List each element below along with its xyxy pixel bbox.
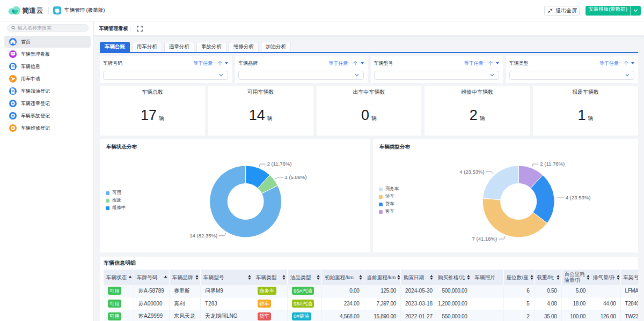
column-header-8[interactable]: 购置日期 [401,270,435,285]
sidebar-item-label: 车辆事故登记 [21,113,50,120]
sidebar-item-4[interactable]: 车辆加油登记 [4,85,91,97]
brand-logo[interactable]: 简道云 [8,6,43,16]
tab-0[interactable]: 车辆台账 [100,42,130,52]
sort-icon[interactable] [359,275,362,280]
column-header-0[interactable]: 车辆状态 [104,270,134,285]
column-header-2[interactable]: 车辆品牌 [170,270,201,285]
install-template-button[interactable]: 安装模板(带数据) [586,6,641,16]
sort-icon[interactable] [248,275,251,280]
sort-icon[interactable] [195,275,199,280]
sidebar-item-3[interactable]: 用车申请 [4,73,91,85]
table-cell: 可用 [104,285,134,297]
sidebar-item-7[interactable]: 车辆维修登记 [4,122,91,134]
sort-asc-icon[interactable] [128,275,132,279]
filter-operator[interactable]: 等于任意一个 [329,60,364,67]
sort-icon[interactable] [282,275,286,280]
sort-icon[interactable] [397,275,400,280]
table-row-2[interactable]: 可用苏AZ9999东风天龙天龙期间LNG货车0#柴油4,568.0015,890… [104,310,638,321]
table-cell: 98#汽油 [288,297,322,310]
filter-select[interactable] [103,71,228,80]
sort-icon[interactable] [557,275,560,280]
column-header-11[interactable]: 座位数/座 [504,270,535,285]
sidebar: 首页车辆管理看板车辆信息用车申请车辆加油登记车辆违章登记车辆事故登记车辆维修登记 [0,21,94,321]
table-cell: LFMAE [621,285,639,297]
column-header-13[interactable]: 百公里耗油量/升 [562,270,591,285]
column-header-9[interactable]: 购买价格/元 [435,270,472,285]
tab-4[interactable]: 维修分析 [229,42,259,52]
stat-unit: 辆 [267,115,273,121]
sidebar-item-6[interactable]: 车辆事故登记 [4,110,91,122]
table-cell: T283 [201,297,253,310]
column-header-15[interactable]: 车架号 [621,270,639,285]
status-badge: 95#汽油 [292,287,314,295]
title-divider [130,26,130,32]
sidebar-item-0[interactable]: 首页 [4,36,91,48]
sort-icon[interactable] [530,275,533,280]
table-cell: 可用 [104,310,134,321]
sort-icon[interactable] [467,275,470,280]
filter-2: 车辆型号 等于任意一个 [371,56,503,83]
table-cell: 0#柴油 [288,310,322,321]
table-cell: 2022-01-27 [401,310,435,321]
caret-down-icon [225,62,228,64]
tab-3[interactable]: 事故分析 [196,42,226,52]
filter-operator[interactable]: 等于任意一个 [464,60,499,67]
sidebar-item-label: 首页 [21,39,31,46]
table-cell [472,285,504,297]
column-header-10[interactable]: 车辆照片 [472,270,504,285]
sidebar-item-5[interactable]: 车辆违章登记 [4,98,91,109]
filter-select[interactable] [238,71,363,80]
exit-fullscreen-button[interactable]: 退出全屏 [544,6,580,16]
stat-value: 14 [249,107,265,123]
column-header-1[interactable]: 车牌号码 [134,270,170,285]
install-template-dropdown[interactable] [630,6,641,16]
topbar-divider [48,7,49,14]
filter-0: 车牌号码 等于任意一个 [100,56,232,83]
table-cell: 44.00 [590,297,621,310]
table-cell: T2840 [621,297,639,310]
table-cell: 35.00 [535,310,562,321]
filter-select[interactable] [509,71,634,80]
jiandaoyun-logo-icon [8,6,21,15]
sort-icon[interactable] [587,275,590,280]
column-header-3[interactable]: 车辆型号 [201,270,253,285]
tab-5[interactable]: 加油分析 [261,42,291,52]
column-header-4[interactable]: 车辆类型 [253,270,288,285]
status-badge: 0#柴油 [292,312,311,320]
stat-card-2: 出车中车辆数 0辆 [317,86,422,136]
filter-operator[interactable]: 等于任意一个 [599,60,634,67]
sort-icon[interactable] [317,275,320,280]
tab-1[interactable]: 用车分析 [132,42,162,52]
expand-icon[interactable] [137,26,143,32]
app-chip[interactable]: 车辆管理 (极简版) [53,6,105,14]
table-cell [472,310,504,321]
caret-down-icon [496,62,499,64]
column-header-12[interactable]: 载重/吨 [535,270,562,285]
table-cell: 货车 [253,310,288,321]
tab-2[interactable]: 违章分析 [164,42,194,52]
filter-operator[interactable]: 等于任意一个 [193,60,228,67]
sidebar-search[interactable] [7,24,89,32]
column-header-6[interactable]: 初始里程/km [322,270,364,285]
stat-unit: 辆 [588,115,594,121]
column-header-5[interactable]: 油品类型 [288,270,322,285]
data-table: 车辆状态车牌号码车辆品牌车辆型号车辆类型油品类型初始里程/km当前里程/km购置… [104,270,638,321]
dashboard-icon [9,50,17,58]
page-title: 车辆管理看板 [99,25,128,32]
charts-row: 车辆状态分布 可用报废维修中 2 (11.76%)1 (5.88%)14 (82… [100,139,638,252]
column-header-7[interactable]: 当前里程/km [364,270,401,285]
sidebar-item-2[interactable]: 车辆信息 [4,61,91,72]
filter-select[interactable] [374,71,499,80]
filter-label: 车辆型号 [374,60,393,67]
column-header-14[interactable]: 排气量/升 [590,270,621,285]
sort-icon[interactable] [430,275,433,280]
sort-icon[interactable] [617,275,620,280]
stat-card-0: 车辆总数 17辆 [100,86,205,136]
sort-asc-icon[interactable] [164,275,167,279]
stat-label: 出车中车辆数 [317,88,422,96]
table-row-1[interactable]: 可用苏A00000宾利T283轿车98#汽油234.007,397.002023… [104,297,638,310]
table-row-0[interactable]: 可用苏A-58789赛里斯问界M9商务车95#汽油0.00125.002024-… [104,285,638,298]
sidebar-item-1[interactable]: 车辆管理看板 [4,48,91,60]
search-input[interactable] [18,25,82,31]
stat-unit: 辆 [480,115,485,121]
